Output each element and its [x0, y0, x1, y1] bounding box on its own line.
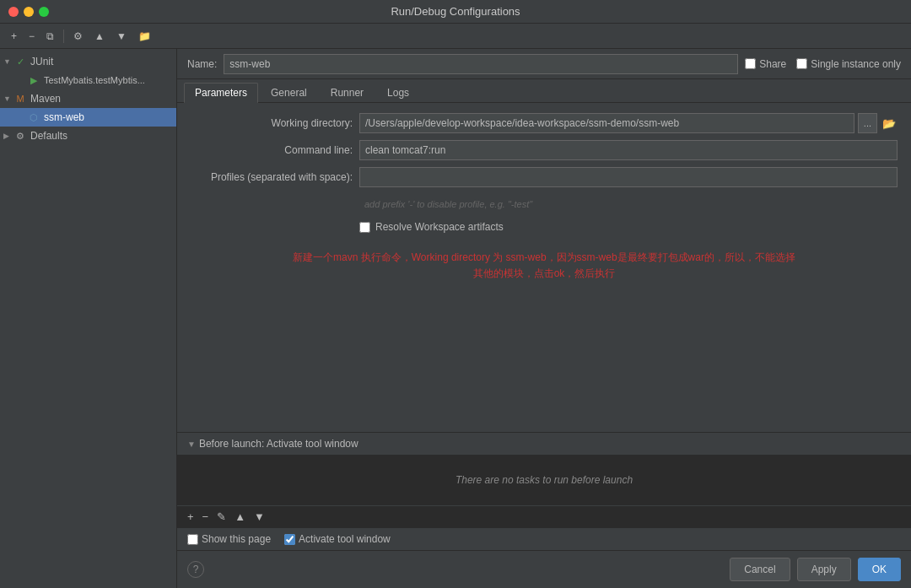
module-icon: ⬡: [27, 111, 40, 124]
before-launch-toolbar: + − ✎ ▲ ▼: [177, 505, 911, 527]
content-area: Working directory: ... 📂 Command line: P…: [177, 103, 911, 432]
show-page-checkbox[interactable]: [187, 534, 198, 545]
folder-button[interactable]: 📁: [134, 28, 155, 45]
cancel-button[interactable]: Cancel: [730, 558, 790, 581]
tree-label-testmybatis: TestMybatis.testMybtis...: [44, 75, 145, 85]
tree-item-testmybatis[interactable]: ▶ TestMybatis.testMybtis...: [0, 71, 176, 89]
footer: ? Cancel Apply OK: [177, 550, 911, 588]
tree-label-ssm-web: ssm-web: [44, 111, 84, 123]
move-task-up-button[interactable]: ▲: [231, 509, 249, 525]
single-instance-checkbox-label[interactable]: Single instance only: [796, 58, 901, 70]
profiles-hint: add prefix '-' to disable profile, e.g. …: [359, 197, 537, 211]
working-directory-input[interactable]: [359, 113, 854, 133]
profiles-row: Profiles (separated with space):: [191, 167, 898, 187]
expand-arrow-maven: ▼: [3, 94, 13, 103]
config-tree: ▼ ✓ JUnit ▶ TestMybatis.testMybtis... ▼ …: [0, 49, 176, 588]
maven-icon: M: [13, 92, 27, 105]
help-button[interactable]: ?: [187, 561, 204, 578]
working-directory-label: Working directory:: [191, 117, 359, 129]
tree-label-maven: Maven: [30, 93, 61, 105]
expand-arrow-defaults: ▶: [3, 132, 13, 140]
tree-label-defaults: Defaults: [30, 130, 67, 142]
test-icon: ▶: [27, 73, 40, 87]
name-row: Name: Share Single instance only: [177, 49, 911, 79]
share-label: Share: [759, 58, 786, 70]
open-folder-button[interactable]: 📂: [881, 117, 898, 130]
edit-task-button[interactable]: ✎: [213, 509, 229, 525]
bottom-checkboxes: Show this page Activate tool window: [177, 527, 911, 550]
browse-button[interactable]: ...: [858, 113, 877, 133]
move-down-button[interactable]: ▼: [112, 28, 131, 45]
name-input[interactable]: [224, 54, 738, 74]
tree-label-junit: JUnit: [30, 56, 53, 67]
add-config-button[interactable]: +: [7, 28, 21, 45]
profiles-field: [359, 167, 898, 187]
no-tasks-text: There are no tasks to run before launch: [456, 474, 633, 486]
apply-button[interactable]: Apply: [797, 558, 851, 581]
activate-tool-window-checkbox[interactable]: [284, 534, 295, 545]
defaults-icon: ⚙: [13, 129, 27, 143]
tab-general[interactable]: General: [260, 83, 318, 102]
tree-item-maven[interactable]: ▼ M Maven: [0, 89, 176, 108]
profiles-label: Profiles (separated with space):: [191, 171, 359, 183]
copy-config-button[interactable]: ⧉: [42, 28, 58, 45]
before-launch-section: ▼ Before launch: Activate tool window Th…: [177, 432, 911, 527]
toolbar-separator: [63, 30, 64, 43]
share-checkbox[interactable]: [745, 58, 756, 69]
add-task-button[interactable]: +: [184, 509, 197, 525]
move-task-down-button[interactable]: ▼: [251, 509, 268, 525]
tree-item-defaults[interactable]: ▶ ⚙ Defaults: [0, 127, 176, 145]
before-launch-content: There are no tasks to run before launch: [177, 455, 911, 505]
activate-tool-window-text: Activate tool window: [299, 533, 391, 545]
profiles-input[interactable]: [359, 167, 898, 187]
close-button[interactable]: [8, 7, 19, 17]
remove-config-button[interactable]: −: [24, 28, 39, 45]
header-right: Share Single instance only: [745, 58, 901, 70]
command-line-row: Command line:: [191, 140, 898, 160]
working-directory-row: Working directory: ... 📂: [191, 113, 898, 133]
tabs-row: Parameters General Runner Logs: [177, 79, 911, 103]
resolve-workspace-row: Resolve Workspace artifacts: [359, 221, 898, 233]
hint-row: add prefix '-' to disable profile, e.g. …: [359, 194, 898, 214]
expand-arrow-junit: ▼: [3, 57, 13, 66]
tab-runner[interactable]: Runner: [320, 83, 375, 102]
title-bar: Run/Debug Configurations: [0, 0, 911, 24]
right-panel: Name: Share Single instance only Paramet…: [177, 49, 911, 588]
tab-logs[interactable]: Logs: [376, 83, 420, 102]
resolve-workspace-label: Resolve Workspace artifacts: [375, 221, 504, 233]
command-line-field: [359, 140, 898, 160]
resolve-workspace-checkbox[interactable]: [359, 222, 370, 233]
ok-button[interactable]: OK: [858, 558, 901, 581]
working-directory-field: ... 📂: [359, 113, 898, 133]
annotation-text: 新建一个mavn 执行命令，Working directory 为 ssm-we…: [291, 250, 797, 282]
tree-item-ssm-web[interactable]: ⬡ ssm-web: [0, 108, 176, 127]
settings-button[interactable]: ⚙: [69, 28, 87, 45]
window-title: Run/Debug Configurations: [391, 5, 520, 18]
left-panel: ▼ ✓ JUnit ▶ TestMybatis.testMybtis... ▼ …: [0, 49, 177, 588]
junit-icon: ✓: [13, 55, 27, 68]
minimize-button[interactable]: [24, 7, 34, 17]
command-line-label: Command line:: [191, 144, 359, 156]
name-label: Name:: [187, 58, 217, 70]
maximize-button[interactable]: [39, 7, 49, 17]
remove-task-button[interactable]: −: [199, 509, 213, 525]
before-launch-header[interactable]: ▼ Before launch: Activate tool window: [177, 433, 911, 455]
command-line-input[interactable]: [359, 140, 898, 160]
move-up-button[interactable]: ▲: [90, 28, 109, 45]
single-instance-label: Single instance only: [811, 58, 901, 70]
before-launch-arrow: ▼: [187, 440, 196, 449]
show-page-label[interactable]: Show this page: [187, 533, 271, 545]
tab-parameters[interactable]: Parameters: [184, 83, 258, 103]
single-instance-checkbox[interactable]: [796, 58, 807, 69]
before-launch-title: Before launch: Activate tool window: [199, 438, 358, 450]
footer-left: ?: [187, 561, 204, 578]
tree-item-junit[interactable]: ▼ ✓ JUnit: [0, 52, 176, 71]
window-controls: [8, 7, 49, 17]
activate-tool-window-label[interactable]: Activate tool window: [284, 533, 391, 545]
main-container: ▼ ✓ JUnit ▶ TestMybatis.testMybtis... ▼ …: [0, 49, 911, 588]
show-page-text: Show this page: [202, 533, 271, 545]
share-checkbox-label[interactable]: Share: [745, 58, 786, 70]
footer-right: Cancel Apply OK: [730, 558, 901, 581]
main-toolbar: + − ⧉ ⚙ ▲ ▼ 📁: [0, 24, 911, 49]
